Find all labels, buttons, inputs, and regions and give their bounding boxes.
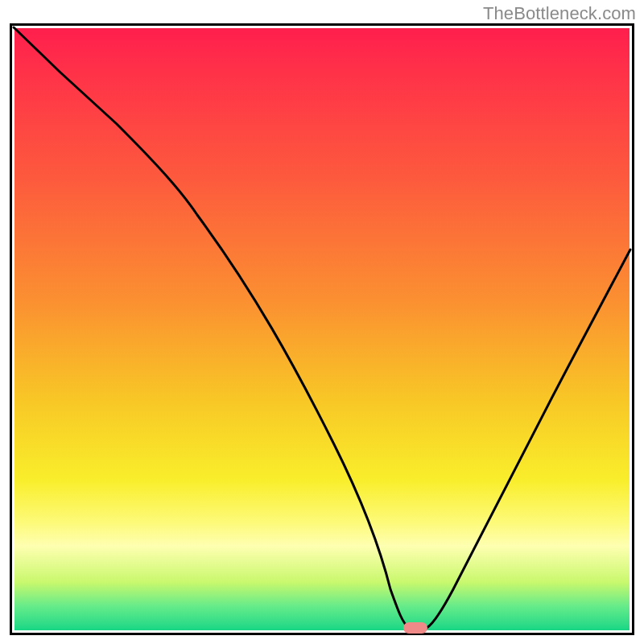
bottleneck-chart: TheBottleneck.com	[0, 0, 644, 644]
chart-frame	[10, 23, 634, 635]
optimal-point-marker	[403, 622, 427, 634]
chart-gradient-background	[14, 28, 630, 630]
watermark-label: TheBottleneck.com	[483, 3, 636, 24]
